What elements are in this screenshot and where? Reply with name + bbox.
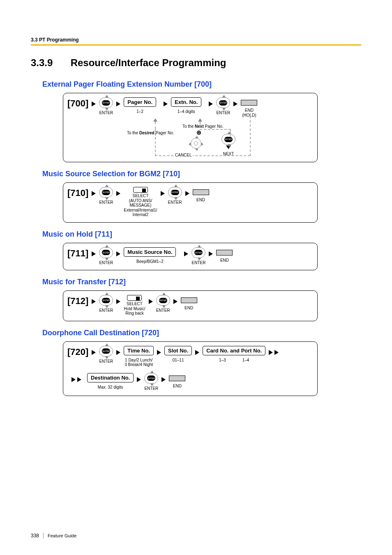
pager-no-box: Pager No.: [124, 97, 156, 107]
section-title: Resource/Interface Programming: [71, 57, 226, 68]
arrow-icon: [77, 377, 81, 382]
end-label: END: [196, 198, 205, 203]
arrow-icon: [185, 191, 189, 196]
note-desired-pager: To the Desired Pager No.: [127, 131, 174, 135]
enter-button-icon: ENTER: [99, 187, 113, 198]
card-sub-b: 1–4: [242, 358, 249, 363]
arrow-icon: [116, 101, 120, 106]
enter-label: ENTER: [99, 200, 113, 205]
arrow-icon: [157, 350, 161, 355]
end-label: END: [173, 384, 182, 389]
arrow-icon: [195, 350, 199, 355]
end-box: [193, 189, 209, 195]
item-title-711[interactable]: Music on Hold [711]: [42, 230, 361, 239]
section-number: 3.3.9: [31, 57, 68, 69]
arrow-icon: [92, 191, 96, 196]
enter-button-icon: ENTER: [216, 97, 230, 108]
enter-button-icon: ENTER: [144, 373, 158, 384]
diagram-712: [712] ENTER ENTER SELECT Hold Music/ Rin…: [63, 290, 318, 321]
next-step: ENTER NEXT: [221, 134, 235, 157]
card-port-box: Card No. and Port No.: [203, 346, 265, 355]
end-box: [181, 297, 197, 303]
select-options: Hold Music/ Ring back: [124, 306, 145, 316]
code-710: [710]: [67, 188, 88, 198]
arrow-icon: [71, 377, 76, 382]
diagram-700: [700] ENTER ENTER Pager No. 1–2 Extn. No…: [63, 93, 318, 162]
end-box: [216, 250, 233, 256]
arrow-icon: [116, 191, 120, 196]
item-title-700[interactable]: External Pager Floating Extension Number…: [42, 80, 361, 89]
arrow-icon: [164, 101, 168, 106]
diagram-710: [710] ENTER ENTER SELECT (AUTO ANS/ MESS…: [63, 182, 318, 223]
select-key-icon: [127, 295, 142, 301]
enter-button-icon: ENTER: [156, 295, 170, 306]
arrow-icon: [149, 299, 153, 304]
arrow-icon: [173, 299, 178, 304]
enter-label: ENTER: [168, 200, 182, 205]
select-label: SELECT: [127, 302, 143, 306]
slot-no-sub: 01–11: [173, 358, 184, 363]
arrow-icon: [116, 350, 120, 355]
time-no-sub: 1 Day/2 Lunch/ 3 Break/4 Night: [125, 358, 153, 367]
end-box: [169, 375, 185, 381]
arrow-icon: [209, 251, 213, 256]
navigator-icon: [191, 138, 201, 149]
enter-button-icon: ENTER: [99, 295, 113, 306]
dest-no-box: Destination No.: [87, 373, 134, 382]
arrow-icon: [161, 191, 165, 196]
page-footer: 338 Feature Guide: [31, 533, 76, 539]
enter-button-icon: ENTER: [191, 247, 205, 258]
arrow-icon: [161, 377, 166, 382]
arrow-icon: [137, 377, 141, 382]
extn-no-sub: 1–4 digits: [178, 109, 195, 114]
arrow-icon: [274, 350, 279, 355]
enter-button-icon: ENTER: [99, 97, 113, 108]
section-heading: 3.3.9 Resource/Interface Programming: [31, 57, 361, 69]
page: 3.3 PT Programming 3.3.9 Resource/Interf…: [0, 0, 392, 555]
item-title-712[interactable]: Music for Transfer [712]: [42, 278, 361, 286]
extn-no-box: Extn. No.: [171, 97, 201, 107]
page-number: 338: [31, 533, 39, 539]
dest-no-sub: Max. 32 digits: [98, 385, 123, 390]
book-title: Feature Guide: [48, 533, 76, 538]
enter-label: ENTER: [99, 308, 113, 313]
diagram-720: [720] ENTER ENTER Time No. 1 Day/2 Lunch…: [63, 341, 318, 396]
note-next-pager: To the Next Pager No.: [182, 124, 224, 129]
enter-label: ENTER: [216, 111, 230, 115]
enter-label: ENTER: [99, 111, 113, 115]
arrow-icon: [116, 299, 120, 304]
end-label: END (HOLD): [242, 108, 256, 117]
end-box: [241, 100, 257, 106]
card-sub-a: 1–3: [219, 358, 226, 363]
enter-label: ENTER: [144, 386, 158, 391]
enter-button-icon: ENTER: [99, 346, 113, 357]
select-options: External/Internal1/ Internal2: [124, 208, 157, 217]
arrow-icon: [116, 251, 120, 256]
select-mid: (AUTO ANS/ MESSAGE): [129, 198, 152, 208]
enter-button-icon: ENTER: [99, 247, 113, 258]
end-label: END: [184, 306, 193, 311]
arrow-icon: [92, 299, 96, 304]
enter-label: ENTER: [99, 260, 113, 265]
music-source-sub: Beep/BGM1–2: [136, 259, 164, 264]
arrow-icon: [92, 251, 96, 256]
end-label: END: [220, 258, 229, 263]
arrow-icon: [92, 101, 96, 106]
arrow-icon: [233, 101, 238, 106]
enter-label: ENTER: [156, 308, 170, 313]
item-title-710[interactable]: Music Source Selection for BGM2 [710]: [42, 170, 361, 178]
pager-no-sub: 1–2: [136, 109, 143, 114]
code-711: [711]: [67, 248, 88, 259]
code-700: [700]: [67, 98, 88, 109]
code-712: [712]: [67, 296, 88, 306]
enter-button-icon: ENTER: [168, 187, 182, 198]
header-breadcrumb: 3.3 PT Programming: [31, 37, 361, 43]
music-source-box: Music Source No.: [124, 247, 176, 257]
code-720: [720]: [67, 347, 88, 357]
enter-label: ENTER: [99, 359, 113, 364]
arrow-icon: [269, 350, 273, 355]
slot-no-box: Slot No.: [164, 346, 192, 355]
arrow-icon: [92, 350, 96, 355]
item-title-720[interactable]: Doorphone Call Destination [720]: [42, 329, 361, 337]
select-label: SELECT: [132, 193, 148, 198]
